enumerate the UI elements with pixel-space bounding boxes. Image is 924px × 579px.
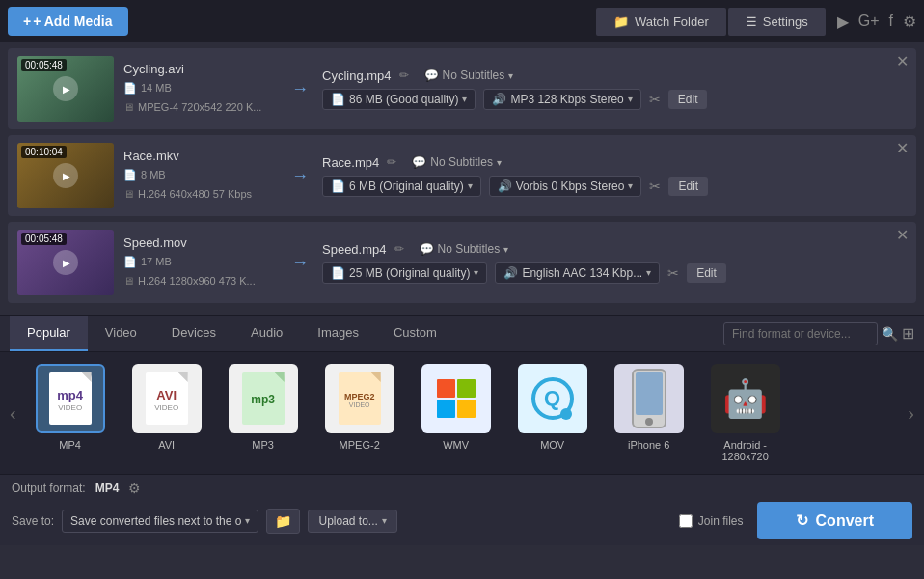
file-icon-sm: 📄 (123, 167, 137, 184)
subtitle-icon: 💬 (424, 69, 439, 82)
browse-folder-button[interactable]: 📁 (266, 509, 300, 534)
format-icon-wmv (421, 364, 491, 433)
join-files-checkbox[interactable] (679, 514, 693, 528)
subtitle-icon: 💬 (412, 155, 426, 169)
audio-select[interactable]: 🔊 Vorbis 0 Kbps Stereo ▾ (489, 176, 642, 197)
format-search: 🔍 ⊞ (723, 322, 914, 345)
format-label-mov: MOV (540, 439, 564, 451)
audio-select[interactable]: 🔊 MP3 128 Kbps Stereo ▾ (483, 89, 640, 110)
upload-button[interactable]: Upload to... ▾ (308, 510, 396, 533)
upload-label: Upload to... (318, 514, 377, 528)
format-tabs: Popular Video Devices Audio Images Custo… (0, 316, 924, 352)
remove-item-button[interactable]: ✕ (896, 228, 909, 243)
tab-custom[interactable]: Custom (376, 316, 454, 351)
plus-icon: + (23, 14, 31, 29)
quality-select[interactable]: 📄 25 MB (Original quality) ▾ (322, 262, 487, 284)
audio-select[interactable]: 🔊 English AAC 134 Kbp... ▾ (495, 262, 660, 284)
windows-logo (437, 379, 476, 418)
duration-badge: 00:05:48 (21, 59, 67, 71)
edit-filename-icon[interactable]: ✏ (394, 242, 404, 256)
edit-button[interactable]: Edit (687, 263, 726, 283)
play-button[interactable] (53, 76, 78, 101)
format-icon-mp4: mp4 VIDEO (36, 364, 105, 433)
right-actions: Join files ↻ Convert (679, 502, 912, 539)
bottom-bar: Output format: MP4 ⚙ Save to: Save conve… (0, 474, 924, 545)
subtitle-button[interactable]: 💬 No Subtitles ▾ (412, 155, 502, 169)
remove-item-button[interactable]: ✕ (896, 54, 909, 69)
facebook-icon[interactable]: f (889, 13, 893, 30)
scissors-icon[interactable]: ✂ (649, 92, 661, 107)
android-icon: 🤖 (722, 377, 768, 420)
input-file-info: Race.mkv 📄8 MB 🖥H.264 640x480 57 Kbps (123, 149, 278, 203)
edit-button[interactable]: Edit (668, 90, 708, 109)
scissors-icon[interactable]: ✂ (667, 265, 679, 281)
output-filename: Speed.mp4 (322, 242, 387, 257)
scissors-icon[interactable]: ✂ (649, 179, 661, 194)
subtitle-button[interactable]: 💬 No Subtitles ▾ (420, 242, 509, 256)
header-center-buttons: 📁 Watch Folder ☰ Settings (596, 8, 826, 36)
save-path-button[interactable]: Save converted files next to the o ▾ (62, 510, 258, 533)
media-item: 00:10:04 Race.mkv 📄8 MB 🖥H.264 640x480 5… (8, 135, 916, 216)
play-button[interactable] (53, 163, 78, 188)
format-icon-mp3: mp3 (229, 364, 298, 433)
tab-devices[interactable]: Devices (154, 316, 233, 351)
format-item-android[interactable]: 🤖 Android - 1280x720 (701, 364, 790, 462)
file-metadata: 📄17 MB 🖥H.264 1280x960 473 K... (123, 254, 278, 290)
arrow-icon: → (291, 79, 309, 99)
google-plus-icon[interactable]: G+ (858, 13, 880, 30)
output-format-value: MP4 (95, 482, 120, 495)
duration-badge: 00:10:04 (21, 146, 67, 158)
file-icon-sm2: 📄 (331, 93, 345, 106)
watch-folder-label: Watch Folder (635, 14, 709, 29)
format-item-avi[interactable]: AVI VIDEO AVI (122, 364, 211, 462)
format-icon-avi: AVI VIDEO (132, 364, 202, 433)
monitor-icon: 🖥 (123, 99, 134, 117)
quality-select[interactable]: 📄 86 MB (Good quality) ▾ (322, 89, 476, 110)
format-item-mp4[interactable]: mp4 VIDEO MP4 (26, 364, 115, 462)
convert-spin-icon: ↻ (796, 511, 808, 530)
settings-button[interactable]: ☰ Settings (728, 8, 826, 36)
subtitle-button[interactable]: 💬 No Subtitles ▾ (424, 69, 514, 82)
convert-button[interactable]: ↻ Convert (757, 502, 912, 539)
edit-button[interactable]: Edit (668, 177, 708, 196)
format-item-mp3[interactable]: mp3 MP3 (219, 364, 308, 462)
quality-select[interactable]: 📄 6 MB (Original quality) ▾ (322, 176, 481, 197)
add-media-button[interactable]: + + Add Media (8, 7, 128, 36)
format-search-input[interactable] (723, 322, 878, 345)
input-file-info: Cycling.avi 📄14 MB 🖥MPEG-4 720x542 220 K… (123, 62, 278, 116)
nav-prev-button[interactable]: ‹ (4, 365, 22, 461)
tab-images[interactable]: Images (300, 316, 376, 351)
search-icon[interactable]: 🔍 (882, 326, 898, 342)
output-filename: Cycling.mp4 (322, 69, 392, 83)
edit-filename-icon[interactable]: ✏ (387, 155, 396, 169)
play-button[interactable] (53, 250, 78, 275)
scan-icon[interactable]: ⊞ (902, 324, 914, 343)
format-label-avi: AVI (158, 439, 175, 451)
format-label-android: Android - 1280x720 (701, 439, 790, 462)
media-item: 00:05:48 Cycling.avi 📄14 MB 🖥MPEG-4 720x… (8, 48, 916, 129)
join-files-label: Join files (679, 514, 744, 528)
gear-icon[interactable]: ⚙ (903, 13, 916, 31)
media-item: 00:05:48 Speed.mov 📄17 MB 🖥H.264 1280x96… (8, 222, 916, 303)
file-icon-sm2: 📄 (331, 266, 345, 280)
tab-video[interactable]: Video (88, 316, 154, 351)
youtube-icon[interactable]: ▶ (837, 13, 849, 31)
format-label-wmv: WMV (443, 439, 469, 451)
monitor-icon: 🖥 (123, 186, 134, 204)
nav-next-button[interactable]: › (902, 365, 920, 461)
output-info: Speed.mp4 ✏ 💬 No Subtitles ▾ 📄 25 MB (Or… (322, 242, 907, 284)
edit-filename-icon[interactable]: ✏ (399, 69, 409, 82)
tab-audio[interactable]: Audio (233, 316, 300, 351)
format-grid-wrap: ‹ mp4 VIDEO MP4 (0, 352, 924, 474)
format-item-iphone6[interactable]: iPhone 6 (605, 364, 693, 462)
format-item-wmv[interactable]: WMV (412, 364, 501, 462)
format-item-mov[interactable]: Q MOV (508, 364, 597, 462)
remove-item-button[interactable]: ✕ (896, 141, 909, 156)
format-settings-icon[interactable]: ⚙ (128, 481, 141, 496)
format-section: Popular Video Devices Audio Images Custo… (0, 315, 924, 474)
watch-folder-button[interactable]: 📁 Watch Folder (596, 8, 726, 36)
save-to-label: Save to: (12, 514, 54, 528)
format-item-mpeg2[interactable]: MPEG2 VIDEO MPEG-2 (315, 364, 404, 462)
tab-popular[interactable]: Popular (10, 316, 88, 351)
watch-folder-icon: 📁 (613, 14, 629, 29)
